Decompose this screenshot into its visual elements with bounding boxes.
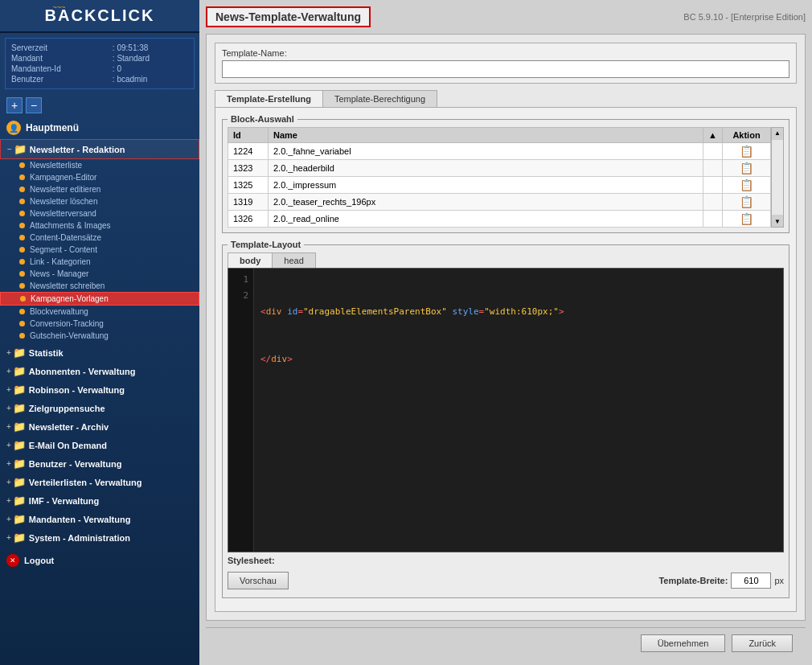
email-on-demand-item[interactable]: + 📁 E-Mail On Demand — [0, 436, 199, 454]
submenu-gutschein-verwaltung[interactable]: Gutschein-Verwaltung — [0, 330, 199, 342]
tab-head[interactable]: head — [272, 252, 315, 268]
col-aktion: Aktion — [723, 128, 771, 143]
hauptmenu-item[interactable]: 👤 Hauptmenü — [0, 117, 199, 139]
newsletter-redaktion-item[interactable]: − 📁 Newsletter - Redaktion — [0, 139, 199, 159]
folder-icon-sys: 📁 — [13, 532, 26, 544]
logo-area: ~~~ BACKCLICK — [0, 0, 199, 33]
sidebar-minus-icon[interactable]: − — [26, 97, 42, 113]
zielgruppensuche-item[interactable]: + 📁 Zielgruppensuche — [0, 399, 199, 417]
code-editor[interactable]: 1 2 <div id="dragableElementsParentBox" … — [228, 268, 784, 552]
submenu-newsletter-loschen[interactable]: Newsletter löschen — [0, 195, 199, 207]
col-name: Name — [269, 128, 703, 143]
benutzer-label: Benutzer — [11, 74, 113, 84]
block-table: Id Name ▲ Aktion 1224 2.0._f — [228, 127, 771, 228]
folder-icon-arch: 📁 — [13, 421, 26, 433]
folder-icon-man: 📁 — [13, 513, 26, 525]
server-info-box: Serverzeit : 09:51:38 Mandant : Standard… — [5, 38, 195, 89]
table-row: 1224 2.0._fahne_variabel 📋 — [228, 143, 771, 160]
logout-icon: ✕ — [6, 554, 19, 567]
folder-icon-vert: 📁 — [13, 476, 26, 488]
logout-item[interactable]: ✕ Logout — [0, 550, 199, 571]
benutzer-value: : bcadmin — [113, 74, 188, 84]
system-admin-item[interactable]: + 📁 System - Administration — [0, 528, 199, 547]
abonnenten-item[interactable]: + 📁 Abonnenten - Verwaltung — [0, 362, 199, 380]
layout-tabs: body head — [228, 252, 784, 268]
submenu-newsletter-schreiben[interactable]: Newsletter schreiben — [0, 280, 199, 292]
table-scrollbar[interactable]: ▲ ▼ — [771, 127, 784, 228]
col-id: Id — [228, 128, 269, 143]
folder-icon-email: 📁 — [13, 439, 26, 451]
layout-bottom-row: Vorschau Template-Breite: px — [228, 569, 784, 593]
line-numbers: 1 2 — [228, 269, 254, 552]
tab-body[interactable]: body — [228, 252, 273, 268]
mandant-value: : Standard — [113, 53, 188, 64]
newsletter-redaktion-section: − 📁 Newsletter - Redaktion Newsletterlis… — [0, 139, 199, 342]
action-btn-1319[interactable]: 📋 — [740, 195, 753, 208]
scroll-down-icon[interactable]: ▼ — [773, 216, 782, 227]
px-label: px — [774, 576, 784, 585]
template-name-label: Template-Name: — [222, 48, 789, 58]
sidebar-add-icon[interactable]: + — [6, 97, 23, 113]
zuruck-button[interactable]: Zurück — [732, 634, 793, 652]
tab-berechtigung[interactable]: Template-Berechtigung — [322, 90, 437, 107]
sidebar: ~~~ BACKCLICK Serverzeit : 09:51:38 Mand… — [0, 0, 199, 665]
scroll-up-icon[interactable]: ▲ — [773, 128, 782, 138]
ubernehmen-button[interactable]: Übernehmen — [641, 634, 726, 652]
tab-erstellung[interactable]: Template-Erstellung — [215, 90, 323, 107]
template-layout-section: Template-Layout body head — [222, 240, 789, 598]
submenu-blockverwaltung[interactable]: Blockverwaltung — [0, 306, 199, 318]
tab-content: Block-Auswahl Id Name ▲ Aktion — [215, 107, 797, 612]
folder-icon-ziel: 📁 — [13, 402, 26, 414]
content-area: News-Template-Verwaltung BC 5.9.10 - [En… — [199, 0, 812, 665]
robinson-item[interactable]: + 📁 Robinson - Verwaltung — [0, 380, 199, 399]
submenu-segment-content[interactable]: Segment - Content — [0, 244, 199, 256]
page-title-box: News-Template-Verwaltung — [206, 6, 371, 27]
newsletter-redaktion-label: Newsletter - Redaktion — [30, 145, 125, 154]
submenu-link-kategorien[interactable]: Link - Kategorien — [0, 256, 199, 268]
folder-icon-rob: 📁 — [13, 384, 26, 396]
serverzeit-value: : 09:51:38 — [113, 43, 188, 53]
page-header: News-Template-Verwaltung BC 5.9.10 - [En… — [206, 6, 806, 27]
mandant-label: Mandant — [11, 53, 113, 64]
action-btn-1323[interactable]: 📋 — [740, 162, 753, 174]
folder-icon-ben: 📁 — [13, 458, 26, 470]
action-btn-1325[interactable]: 📋 — [740, 179, 753, 191]
block-auswahl-legend: Block-Auswahl — [228, 114, 297, 124]
preview-button[interactable]: Vorschau — [228, 572, 289, 589]
version-text: BC 5.9.10 - [Enterprise Edition] — [683, 12, 806, 22]
stylesheet-row: Stylesheet: — [228, 552, 784, 569]
submenu-conversion-tracking[interactable]: Conversion-Tracking — [0, 318, 199, 330]
submenu-content-datensatze[interactable]: Content-Datensätze — [0, 232, 199, 244]
action-btn-1326[interactable]: 📋 — [740, 212, 753, 225]
statistik-item[interactable]: + 📁 Statistik — [0, 343, 199, 362]
submenu-news-manager[interactable]: News - Manager — [0, 268, 199, 280]
template-layout-legend: Template-Layout — [228, 240, 304, 249]
template-name-input[interactable] — [222, 60, 789, 78]
bottom-bar: Übernehmen Zurück — [206, 627, 806, 659]
submenu-newsletterversand[interactable]: Newsletterversand — [0, 207, 199, 220]
template-name-group: Template-Name: — [215, 43, 797, 84]
person-icon: 👤 — [6, 121, 21, 135]
folder-icon-stat: 📁 — [13, 347, 26, 359]
table-row: 1325 2.0._impressum 📋 — [228, 177, 771, 194]
mandanten-id-value: : 0 — [113, 64, 188, 74]
submenu-kampagnen-vorlagen[interactable]: ▶ Kampagnen-Vorlagen — [0, 292, 199, 306]
submenu-attachments[interactable]: Attachments & Images — [0, 220, 199, 232]
submenu-kampagnen-editor[interactable]: Kampagnen-Editor — [0, 171, 199, 183]
mandanten-verwaltung-item[interactable]: + 📁 Mandanten - Verwaltung — [0, 510, 199, 528]
submenu-newsletter-editieren[interactable]: Newsletter editieren — [0, 183, 199, 195]
mandanten-id-label: Mandanten-Id — [11, 64, 113, 74]
template-breite-input[interactable] — [731, 573, 771, 589]
action-btn-1224[interactable]: 📋 — [740, 145, 753, 158]
serverzeit-label: Serverzeit — [11, 43, 113, 53]
submenu-newsletterliste[interactable]: Newsletterliste — [0, 159, 199, 171]
imf-verwaltung-item[interactable]: + 📁 IMF - Verwaltung — [0, 491, 199, 510]
template-breite-label: Template-Breite: — [658, 576, 728, 585]
table-row: 1326 2.0._read_online 📋 — [228, 211, 771, 228]
verteilerlisten-item[interactable]: + 📁 Verteilerlisten - Verwaltung — [0, 473, 199, 491]
folder-icon-imf: 📁 — [13, 495, 26, 507]
table-row: 1319 2.0._teaser_rechts_196px 📋 — [228, 194, 771, 211]
newsletter-archiv-item[interactable]: + 📁 Newsletter - Archiv — [0, 417, 199, 436]
code-content[interactable]: <div id="dragableElementsParentBox" styl… — [254, 269, 783, 552]
benutzer-verwaltung-item[interactable]: + 📁 Benutzer - Verwaltung — [0, 454, 199, 473]
